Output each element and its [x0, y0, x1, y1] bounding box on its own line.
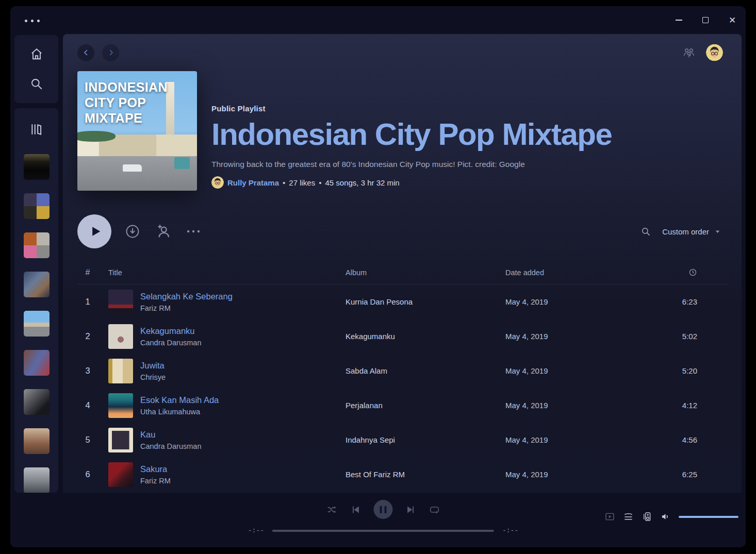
next-icon[interactable]	[405, 504, 417, 515]
header-index[interactable]: #	[86, 268, 90, 277]
friend-activity-icon[interactable]	[682, 46, 696, 59]
track-artist[interactable]: Candra Darusman	[140, 442, 201, 450]
volume-slider[interactable]	[679, 516, 738, 518]
repeat-icon[interactable]	[429, 504, 440, 515]
track-date-added: May 4, 2019	[505, 470, 629, 479]
action-bar: Custom order	[63, 214, 742, 248]
sort-order-dropdown[interactable]: Custom order	[662, 227, 721, 236]
track-album[interactable]: Perjalanan	[346, 401, 495, 410]
play-button[interactable]	[77, 214, 111, 248]
sidebar-playlist-thumbnail[interactable]	[24, 428, 50, 454]
songs-count: 45 songs, 3 hr 32 min	[325, 178, 399, 187]
sidebar-playlist-thumbnail[interactable]	[24, 311, 50, 337]
clock-icon[interactable]	[688, 268, 727, 277]
track-artist[interactable]: Utha Likumahuwa	[140, 408, 219, 416]
library-icon[interactable]	[30, 123, 43, 136]
track-row[interactable]: 4 Esok Kan Masih Ada Utha Likumahuwa Per…	[77, 388, 727, 423]
track-artist[interactable]: Chrisye	[140, 373, 166, 381]
track-cover-art	[108, 359, 133, 383]
track-row[interactable]: 6 Sakura Fariz RM Best Of Fariz RM May 4…	[77, 457, 727, 492]
back-icon[interactable]	[77, 44, 94, 61]
track-album[interactable]: Sabda Alam	[346, 366, 495, 375]
track-title[interactable]: Juwita	[140, 361, 166, 371]
progress-bar[interactable]	[272, 530, 494, 532]
previous-icon[interactable]	[350, 504, 361, 515]
track-index: 6	[85, 469, 90, 479]
track-album[interactable]: Best Of Fariz RM	[346, 470, 495, 479]
track-album[interactable]: Kekagumanku	[346, 332, 495, 341]
track-date-added: May 4, 2019	[505, 401, 629, 410]
search-icon[interactable]	[30, 77, 43, 91]
connect-device-icon[interactable]	[642, 511, 652, 522]
owner-avatar[interactable]	[211, 176, 224, 189]
track-artist[interactable]: Fariz RM	[140, 477, 171, 485]
queue-icon[interactable]	[623, 511, 634, 522]
track-date-added: May 4, 2019	[505, 332, 629, 341]
track-cover-art	[108, 393, 133, 418]
track-date-added: May 4, 2019	[505, 435, 629, 444]
track-duration: 5:20	[682, 366, 727, 375]
track-duration: 5:02	[682, 332, 727, 341]
track-table-header: # Title Album Date added	[77, 261, 727, 284]
player-right-controls	[604, 511, 738, 522]
track-row[interactable]: 5 Kau Candra Darusman Indahnya Sepi May …	[77, 423, 727, 457]
header-date-added[interactable]: Date added	[505, 268, 629, 277]
playlist-meta: Rully Pratama • 27 likes • 45 songs, 3 h…	[211, 176, 612, 189]
add-collaborator-icon[interactable]	[154, 223, 171, 240]
download-icon[interactable]	[125, 224, 140, 239]
playlist-description: Throwing back to the greatest era of 80'…	[211, 160, 612, 169]
header-title[interactable]: Title	[108, 268, 335, 277]
header-album[interactable]: Album	[346, 268, 495, 277]
track-artist[interactable]: Candra Darusman	[140, 339, 201, 347]
track-title[interactable]: Kekagumanku	[140, 326, 201, 336]
titlebar: ✕	[10, 6, 746, 34]
main-view: INDONESIAN CITY POP MIXTAPE Public Playl…	[63, 34, 742, 499]
now-playing-view-icon[interactable]	[604, 511, 615, 522]
more-options-icon[interactable]	[185, 223, 202, 240]
track-duration: 4:12	[682, 401, 727, 410]
time-remaining: -:--	[502, 527, 518, 534]
track-title[interactable]: Kau	[140, 430, 201, 440]
playlist-header: INDONESIAN CITY POP MIXTAPE Public Playl…	[63, 71, 742, 191]
shuffle-icon[interactable]	[326, 504, 338, 515]
minimize-icon[interactable]	[665, 6, 692, 34]
track-row[interactable]: 1 Selangkah Ke Seberang Fariz RM Kurnia …	[77, 284, 727, 319]
sidebar-playlist-thumbnail[interactable]	[24, 389, 50, 415]
track-date-added: May 4, 2019	[505, 297, 629, 306]
track-row[interactable]: 3 Juwita Chrisye Sabda Alam May 4, 2019 …	[77, 354, 727, 388]
track-duration: 4:56	[682, 435, 727, 444]
track-index: 2	[85, 331, 90, 341]
track-row[interactable]: 2 Kekagumanku Candra Darusman Kekagumank…	[77, 319, 727, 354]
playlist-cover-art[interactable]: INDONESIAN CITY POP MIXTAPE	[77, 71, 197, 191]
maximize-icon[interactable]	[692, 6, 719, 34]
app-menu-button[interactable]	[25, 20, 40, 22]
track-duration: 6:25	[682, 470, 727, 479]
sidebar-playlist-thumbnail[interactable]	[24, 467, 50, 493]
user-avatar[interactable]	[706, 44, 723, 61]
sidebar-playlist-thumbnail[interactable]	[24, 272, 50, 297]
volume-icon[interactable]	[660, 511, 671, 522]
home-icon[interactable]	[30, 47, 43, 61]
track-album[interactable]: Indahnya Sepi	[346, 435, 495, 444]
owner-name[interactable]: Rully Pratama	[227, 178, 279, 187]
track-title[interactable]: Selangkah Ke Seberang	[140, 292, 233, 301]
sidebar-playlist-thumbnail[interactable]	[24, 193, 50, 219]
track-cover-art	[108, 428, 133, 452]
time-elapsed: -:--	[248, 527, 264, 534]
track-title[interactable]: Sakura	[140, 464, 171, 474]
track-table: # Title Album Date added 1 Selangkah Ke …	[63, 261, 742, 492]
sidebar-playlist-thumbnail[interactable]	[24, 350, 50, 376]
track-title[interactable]: Esok Kan Masih Ada	[140, 395, 219, 405]
playlist-type-badge: Public Playlist	[211, 104, 612, 113]
track-album[interactable]: Kurnia Dan Pesona	[346, 297, 495, 306]
sidebar-playlist-thumbnail[interactable]	[24, 232, 50, 258]
track-duration: 6:23	[682, 297, 727, 306]
forward-icon[interactable]	[102, 44, 119, 61]
track-artist[interactable]: Fariz RM	[140, 304, 233, 312]
track-cover-art	[108, 462, 133, 487]
list-search-icon[interactable]	[641, 227, 651, 237]
pause-icon[interactable]	[374, 500, 393, 519]
app-window: ✕	[10, 6, 746, 547]
sidebar-playlist-thumbnail[interactable]	[24, 154, 50, 180]
close-icon[interactable]: ✕	[719, 6, 746, 34]
